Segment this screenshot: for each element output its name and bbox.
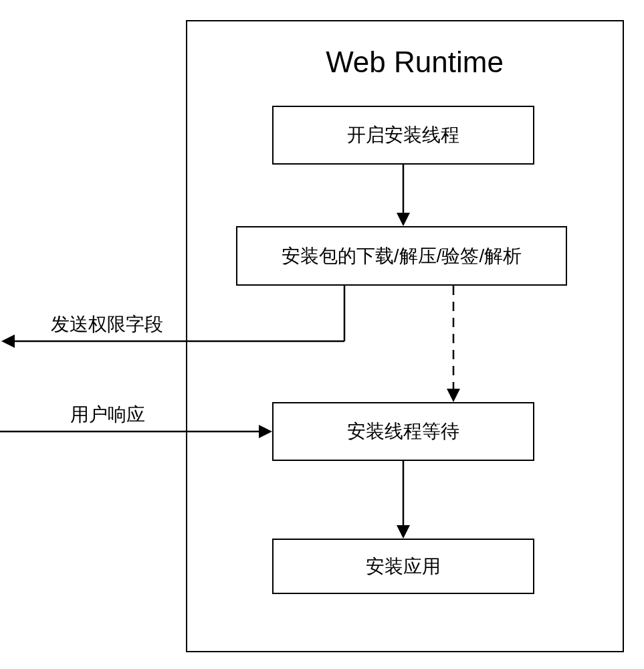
arrow-n1-n2 <box>402 165 405 227</box>
container-title: Web Runtime <box>321 45 508 79</box>
node-start-install-thread: 开启安装线程 <box>272 106 534 165</box>
label-user-response: 用户响应 <box>70 402 145 427</box>
node-label: 安装线程等待 <box>347 419 459 444</box>
arrow-n2-n3-dashed <box>452 286 455 403</box>
arrow-user-response-in <box>0 428 274 442</box>
node-install-thread-wait: 安装线程等待 <box>272 402 534 461</box>
node-install-application: 安装应用 <box>272 539 534 594</box>
arrow-n3-n4 <box>402 461 405 540</box>
node-label: 开启安装线程 <box>347 122 459 148</box>
node-label: 安装包的下载/解压/验签/解析 <box>282 244 522 269</box>
svg-marker-8 <box>1 334 15 348</box>
label-send-permission: 发送权限字段 <box>51 312 163 337</box>
node-download-extract-verify-parse: 安装包的下载/解压/验签/解析 <box>236 226 567 286</box>
node-label: 安装应用 <box>366 554 441 579</box>
